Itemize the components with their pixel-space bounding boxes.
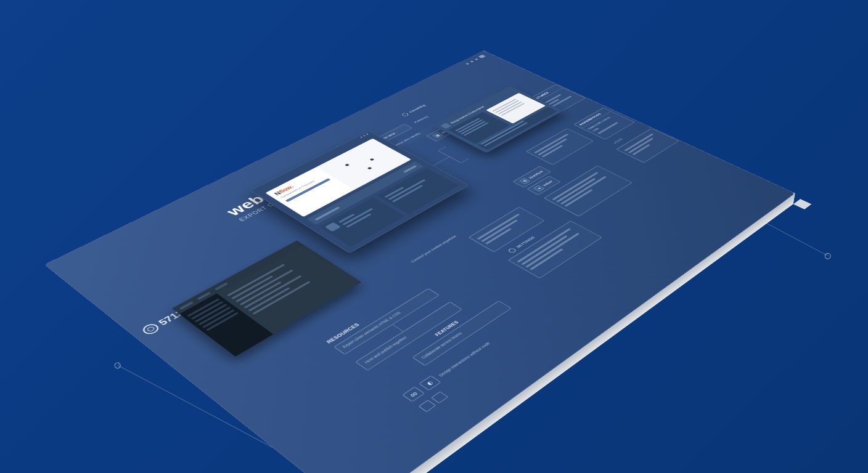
refresh-icon[interactable]	[431, 391, 448, 403]
connector	[438, 150, 461, 163]
slab-surface: webflow EXPORT CODE 5713 Best Interactio…	[44, 51, 795, 473]
mid-box-a	[469, 207, 545, 253]
mid-box-c	[544, 166, 633, 217]
references-box[interactable]: REFERENCES Extend with custom code	[573, 108, 635, 140]
header-label-b: Converting	[401, 104, 427, 117]
badge-icon	[140, 322, 161, 336]
card-icon	[440, 123, 451, 129]
toggle-icon[interactable]: ◐	[419, 376, 441, 391]
connector	[461, 158, 469, 163]
publishing-caption: Publishing	[413, 115, 429, 124]
note-box-c	[616, 128, 679, 163]
window-controls	[465, 55, 486, 65]
workflow-pill[interactable]: ⚙Workflow	[513, 166, 551, 188]
scene: webflow EXPORT CODE 5713 Best Interactio…	[0, 0, 868, 473]
slab-edge-corner	[793, 199, 812, 209]
note-d: Connect your content anywhere	[409, 235, 458, 264]
gear-icon: ⚙	[519, 178, 531, 184]
tablet-mock: Nflow. Components & Overview	[250, 131, 469, 253]
connector	[393, 325, 404, 332]
doc-icon[interactable]	[419, 400, 436, 412]
infinity-icon[interactable]: ∞	[402, 386, 425, 402]
mid-box-b	[508, 220, 602, 278]
connector	[438, 147, 446, 151]
arrow-icon: ➜	[533, 185, 545, 192]
version-label: v 2.1.0	[612, 138, 624, 144]
note-box-b	[526, 128, 594, 165]
square-icon: ▦	[432, 132, 443, 138]
